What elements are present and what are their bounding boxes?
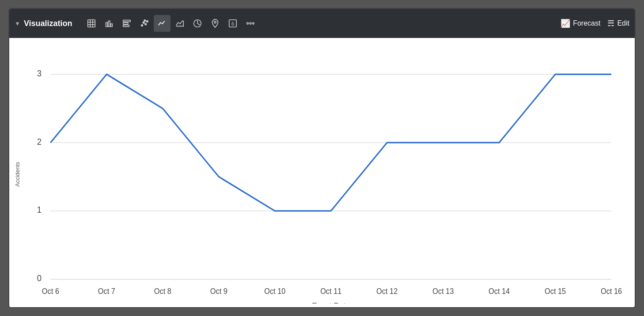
svg-point-14 <box>146 21 148 23</box>
chart-area: Accidents 0 1 2 3 <box>9 38 635 307</box>
x-label-6: Oct 12 <box>376 287 398 296</box>
svg-point-20 <box>246 23 248 24</box>
number-icon[interactable]: 6 <box>224 15 241 32</box>
toolbar-left: ▼ Visualization <box>15 15 559 32</box>
svg-point-22 <box>252 23 254 24</box>
svg-point-13 <box>144 23 146 25</box>
svg-point-12 <box>143 22 144 23</box>
line-chart-svg: 0 1 2 3 <box>23 45 629 304</box>
toolbar: ▼ Visualization <box>9 9 635 38</box>
y-tick-0: 0 <box>37 273 42 283</box>
toolbar-right: 📈 Forecast ☴ Edit <box>561 19 629 28</box>
y-tick-3: 3 <box>37 68 42 78</box>
y-axis-label: Accidents <box>13 45 22 304</box>
svg-rect-5 <box>106 23 107 26</box>
x-label-9: Oct 15 <box>545 287 566 296</box>
x-label-10: Oct 16 <box>601 287 622 296</box>
chevron-down-icon[interactable]: ▼ <box>15 20 20 27</box>
svg-rect-8 <box>123 20 130 22</box>
svg-point-17 <box>214 21 216 23</box>
svg-point-15 <box>144 20 146 22</box>
forecast-icon: 📈 <box>561 19 570 28</box>
scatter-icon[interactable] <box>136 15 153 32</box>
x-label-2: Oct 8 <box>154 287 171 296</box>
y-tick-1: 1 <box>37 205 42 215</box>
svg-rect-0 <box>87 20 95 27</box>
x-label-1: Oct 7 <box>98 287 115 296</box>
y-tick-2: 2 <box>37 137 42 147</box>
map-icon[interactable] <box>207 15 224 32</box>
gantt-icon[interactable] <box>118 15 135 32</box>
svg-text:6: 6 <box>231 21 234 26</box>
svg-point-21 <box>250 23 251 24</box>
forecast-button[interactable]: 📈 Forecast <box>561 19 600 28</box>
x-label-3: Oct 9 <box>210 287 227 296</box>
table-icon[interactable] <box>83 15 100 32</box>
x-label-8: Oct 14 <box>489 287 510 296</box>
x-label-5: Oct 11 <box>320 287 341 296</box>
area-chart-icon[interactable] <box>171 15 188 32</box>
svg-rect-6 <box>108 21 110 27</box>
svg-rect-9 <box>123 23 128 24</box>
chart-inner: 0 1 2 3 <box>23 45 629 304</box>
x-label-7: Oct 13 <box>432 287 454 296</box>
visualization-panel: ▼ Visualization <box>8 8 636 308</box>
edit-button[interactable]: ☴ Edit <box>607 19 629 28</box>
pie-chart-icon[interactable] <box>189 15 206 32</box>
toolbar-icons: 6 <box>83 15 259 32</box>
visualization-title: ▼ Visualization <box>15 19 72 28</box>
chart-svg-area: 0 1 2 3 <box>23 45 629 304</box>
svg-rect-10 <box>123 25 129 27</box>
x-axis-title: Event Date <box>312 301 350 304</box>
edit-icon: ☴ <box>607 19 614 28</box>
more-icon[interactable] <box>242 15 259 32</box>
svg-point-11 <box>141 25 143 26</box>
line-chart-icon[interactable] <box>154 15 170 32</box>
x-label-0: Oct 6 <box>42 287 59 296</box>
bar-chart-icon[interactable] <box>101 15 117 32</box>
svg-rect-7 <box>110 24 112 26</box>
x-label-4: Oct 10 <box>264 287 285 296</box>
